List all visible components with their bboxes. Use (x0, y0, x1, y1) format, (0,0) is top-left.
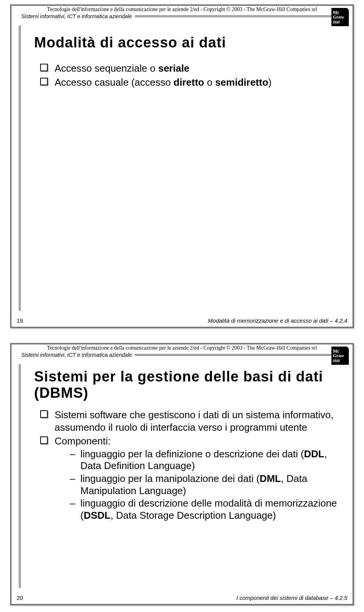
bullet-item: Sistemi software che gestiscono i dati d… (40, 409, 346, 433)
copyright-text: Tecnologie dell'informazione e della com… (21, 6, 343, 13)
copyright-text: Tecnologie dell'informazione e della com… (21, 345, 343, 351)
bullet-list: Sistemi software che gestiscono i dati d… (40, 409, 346, 522)
logo-line1: Mc (333, 349, 339, 353)
sub-item: linguaggio per la definizione o descrizi… (70, 448, 346, 472)
side-divider (19, 25, 20, 311)
header-subtitle: Sistemi informativi, ICT e informatica a… (21, 13, 132, 19)
slide-header: Tecnologie dell'informazione e della com… (18, 344, 346, 358)
header-divider (135, 16, 343, 17)
logo-line2: Graw (333, 353, 344, 358)
page-number: 19 (17, 317, 23, 324)
logo-line3: Hill (333, 20, 340, 24)
bullet-item: Accesso sequenziale o seriale (40, 62, 346, 75)
slide-title: Modalità di accesso ai dati (34, 35, 346, 51)
slide-19: Mc Graw Hill Tecnologie dell'informazion… (10, 5, 354, 328)
logo-line2: Graw (333, 15, 344, 19)
slide-header: Tecnologie dell'informazione e della com… (18, 6, 346, 19)
page-number: 20 (17, 595, 23, 601)
publisher-logo: Mc Graw Hill (331, 347, 349, 365)
footer-section: I componenti dei sistemi di database – 4… (236, 595, 347, 601)
bullet-list: Accesso sequenziale o seriale Accesso ca… (40, 62, 346, 88)
logo-line3: Hill (333, 358, 340, 363)
publisher-logo: Mc Graw Hill (331, 8, 349, 26)
bullet-item: Componenti: linguaggio per la definizion… (40, 435, 346, 522)
slide-20: Mc Graw Hill Tecnologie dell'informazion… (10, 343, 354, 605)
slide-title: Sistemi per la gestione delle basi di da… (34, 369, 346, 401)
header-subtitle: Sistemi informativi, ICT e informatica a… (21, 352, 132, 358)
bullet-item: Accesso casuale (accesso diretto o semid… (40, 76, 346, 89)
header-divider (135, 354, 343, 356)
sub-list: linguaggio per la definizione o descrizi… (70, 448, 346, 522)
sub-item: linguaggio di descrizione delle modalità… (70, 497, 346, 521)
footer-section: Modalità di memorizzazione e di accesso … (208, 317, 347, 324)
side-divider (19, 364, 20, 588)
sub-item: linguaggio per la manipolazione dei dati… (70, 473, 346, 497)
slide-footer: 20 I componenti dei sistemi di database … (11, 592, 353, 604)
logo-line1: Mc (333, 10, 339, 15)
slide-footer: 19 Modalità di memorizzazione e di acces… (11, 315, 353, 327)
